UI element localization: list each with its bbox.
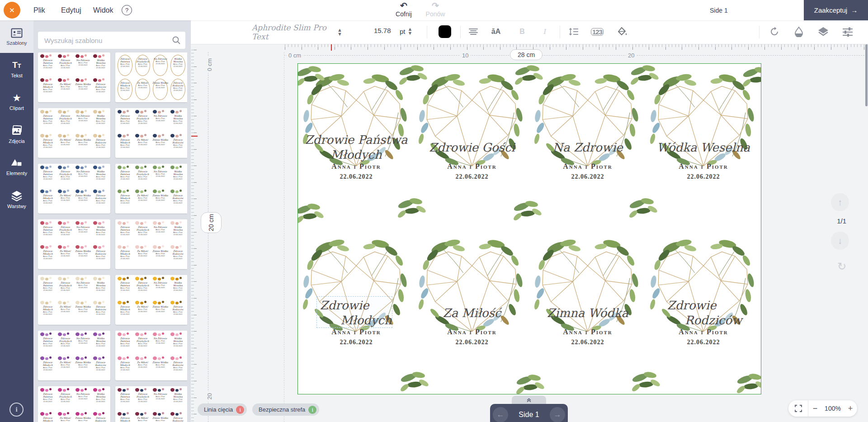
template-thumbnail-cream-florals[interactable]: Zdrowie Państwa MłodychAnna i Piotr22.06… bbox=[38, 275, 110, 325]
italic-button[interactable]: I bbox=[537, 24, 552, 39]
artboard[interactable]: Zdrowie PaństwaMłodychAnna i Piotr22.06.… bbox=[297, 63, 761, 394]
artboard-width-badge[interactable]: 28 cm bbox=[510, 49, 542, 60]
label-names[interactable]: Anna i Piotr bbox=[646, 162, 761, 171]
sidebar-item-warstwy[interactable]: Warstwy bbox=[0, 183, 33, 216]
template-thumbnail-sunflowers[interactable]: Zdrowie Państwa MłodychAnna i Piotr22.06… bbox=[115, 275, 187, 325]
close-icon[interactable]: ✕ bbox=[4, 2, 20, 19]
label-names[interactable]: Anna i Piotr bbox=[298, 328, 414, 336]
template-thumbnail-navy-blue-florals[interactable]: Zdrowie Państwa MłodychAnna i Piotr22.06… bbox=[38, 164, 110, 213]
label-date[interactable]: 22.06.2022 bbox=[414, 173, 530, 180]
menu-view[interactable]: Widok bbox=[93, 0, 113, 20]
redo-button[interactable]: ↷ Ponów bbox=[420, 1, 451, 18]
mini-label-title: Zdrowie Rodziców bbox=[170, 81, 186, 87]
label-names[interactable]: Anna i Piotr bbox=[530, 162, 646, 171]
undo-button[interactable]: ↶ Cofnij bbox=[388, 1, 420, 18]
next-side-button[interactable]: → bbox=[550, 407, 565, 422]
menu-edit[interactable]: Edytuj bbox=[61, 0, 81, 20]
font-size-value[interactable]: 15.78 bbox=[374, 27, 391, 34]
layers-icon[interactable] bbox=[816, 24, 831, 39]
search-icon[interactable] bbox=[172, 36, 181, 45]
label-names[interactable]: Anna i Piotr bbox=[530, 328, 646, 336]
zoom-out-button[interactable]: − bbox=[808, 404, 822, 413]
mini-label-date: 22.06.2022 bbox=[39, 178, 56, 180]
font-unit-select[interactable]: pt ▲▼ bbox=[400, 25, 412, 38]
search-input[interactable] bbox=[38, 32, 185, 49]
template-thumbnail-navy-burgundy-florals[interactable]: Zdrowie Państwa MłodychAnna i Piotr22.06… bbox=[115, 386, 187, 422]
template-thumbnail-gold-geometric-rings[interactable]: Zdrowie Państwa MłodychAnna i Piotr22.06… bbox=[115, 52, 187, 102]
label-title[interactable]: ZdrowieRodziców bbox=[646, 295, 761, 331]
label-names[interactable]: Anna i Piotr bbox=[414, 328, 530, 336]
numbering-button[interactable]: 123 bbox=[590, 24, 605, 39]
sidebar-item-clipart[interactable]: ★ Clipart bbox=[0, 85, 33, 118]
cut-line-info-icon[interactable]: i bbox=[236, 406, 244, 414]
refresh-icon[interactable]: ↻ bbox=[837, 260, 846, 273]
label-title[interactable]: Wódka Weselna bbox=[646, 130, 761, 165]
opacity-droplet-icon[interactable] bbox=[791, 24, 807, 39]
template-thumbnail-navy-blush-florals[interactable]: Zdrowie Państwa MłodychAnna i Piotr22.06… bbox=[115, 108, 187, 158]
text-align-button[interactable] bbox=[466, 24, 481, 39]
label-title[interactable]: Zdrowie Gości bbox=[414, 130, 530, 165]
line-height-button[interactable] bbox=[566, 24, 581, 39]
sidebar-item-elementy[interactable]: Elementy bbox=[0, 151, 33, 183]
mini-label: Zdrowie MłodychAnna i Piotr22.06.2022 bbox=[116, 356, 134, 379]
template-thumbnail-cream-gold-florals[interactable]: Zdrowie Państwa MłodychAnna i Piotr22.06… bbox=[38, 108, 110, 158]
mini-label-title: Zdrowie Państwa Młodych bbox=[117, 281, 133, 287]
template-thumbnail-blush-pale-florals[interactable]: Zdrowie Państwa MłodychAnna i Piotr22.06… bbox=[115, 219, 187, 269]
menu-file[interactable]: Plik bbox=[33, 0, 45, 20]
letter-case-button[interactable]: āA bbox=[488, 24, 504, 39]
page-up-button[interactable]: ↑ bbox=[831, 193, 849, 211]
safe-zone-info-icon[interactable]: i bbox=[308, 406, 316, 414]
label-date[interactable]: 22.06.2022 bbox=[530, 173, 646, 180]
mini-label-date: 22.06.2022 bbox=[170, 122, 186, 124]
label-date[interactable]: 22.06.2022 bbox=[298, 173, 414, 180]
label-title[interactable]: Zimna Wódka bbox=[530, 295, 646, 331]
template-thumbnail-green-leaves[interactable]: Zdrowie Państwa MłodychAnna i Piotr22.06… bbox=[115, 164, 187, 213]
font-name-value: Aphrodite Slim Pro Text bbox=[252, 23, 337, 41]
label-title[interactable]: ZdrowieMłodych bbox=[298, 295, 414, 331]
zoom-in-button[interactable]: + bbox=[844, 404, 857, 413]
label-names[interactable]: Anna i Piotr bbox=[414, 162, 530, 171]
label-date[interactable]: 22.06.2022 bbox=[530, 339, 646, 346]
template-thumbnail-burgundy-florals[interactable]: Zdrowie Państwa MłodychAnna i Piotr22.06… bbox=[38, 52, 110, 102]
label-date[interactable]: 22.06.2022 bbox=[646, 173, 761, 180]
info-icon[interactable]: i bbox=[9, 403, 24, 417]
bold-button[interactable]: B bbox=[514, 24, 530, 39]
template-thumbnail-magenta-florals[interactable]: Zdrowie Państwa MłodychAnna i Piotr22.06… bbox=[38, 386, 110, 422]
font-family-select[interactable]: Aphrodite Slim Pro Text ▲▼ bbox=[252, 25, 342, 39]
label-date[interactable]: 22.06.2022 bbox=[298, 339, 414, 346]
help-icon[interactable]: ? bbox=[122, 5, 132, 15]
page-down-button[interactable]: ↓ bbox=[831, 232, 849, 250]
sidebar-item-zdjecia[interactable]: Zdjęcia bbox=[0, 118, 33, 151]
sidebar-item-szablony[interactable]: Szablony bbox=[0, 20, 33, 53]
template-thumbnail-pink-wreath[interactable]: Zdrowie Państwa MłodychAnna i Piotr22.06… bbox=[115, 331, 187, 380]
text-color-swatch[interactable] bbox=[439, 25, 451, 38]
safe-zone-toggle[interactable]: Bezpieczna strefa i bbox=[252, 403, 319, 416]
fill-color-button[interactable] bbox=[615, 24, 630, 39]
flower-decoration bbox=[92, 54, 109, 59]
mini-label-title: Zdrowie Przybyłych Gości bbox=[57, 281, 74, 287]
mini-label-date: 22.06.2022 bbox=[152, 286, 169, 289]
rotate-icon[interactable] bbox=[767, 24, 782, 39]
label-title[interactable]: Zdrowie PaństwaMłodych bbox=[298, 130, 414, 165]
vertical-scrollbar[interactable] bbox=[865, 44, 868, 106]
text-toolbar: Aphrodite Slim Pro Text ▲▼ 15.78 pt ▲▼ ā… bbox=[191, 20, 868, 44]
label-title[interactable]: Na Zdrowie bbox=[530, 130, 646, 165]
expand-panel-tab[interactable] bbox=[512, 396, 546, 405]
label-date[interactable]: 22.06.2022 bbox=[414, 339, 530, 346]
mini-label-date: 22.06.2022 bbox=[57, 199, 74, 201]
previous-side-button[interactable]: ← bbox=[493, 407, 508, 422]
cut-line-toggle[interactable]: Linia cięcia i bbox=[198, 403, 247, 416]
artboard-height-badge[interactable]: 20 cm bbox=[201, 212, 222, 233]
label-title[interactable]: Za Miłość bbox=[414, 295, 530, 331]
mini-label: Zimna WódkaAnna i Piotr22.06.2022 bbox=[151, 189, 169, 213]
fullscreen-button[interactable] bbox=[788, 400, 808, 417]
label-names[interactable]: Anna i Piotr bbox=[298, 162, 414, 171]
template-thumbnail-red-pink-florals[interactable]: Zdrowie Państwa MłodychAnna i Piotr22.06… bbox=[38, 219, 110, 269]
accept-button[interactable]: Zaakceptuj → bbox=[804, 0, 868, 20]
mini-label-title: Zdrowie Rodziców bbox=[92, 361, 109, 366]
label-date[interactable]: 22.06.2022 bbox=[646, 339, 761, 346]
label-names[interactable]: Anna i Piotr bbox=[646, 328, 761, 336]
adjustments-icon[interactable] bbox=[840, 24, 855, 39]
template-thumbnail-purple-florals[interactable]: Zdrowie Państwa MłodychAnna i Piotr22.06… bbox=[38, 331, 110, 380]
sidebar-item-tekst[interactable]: TT Tekst bbox=[0, 53, 33, 85]
